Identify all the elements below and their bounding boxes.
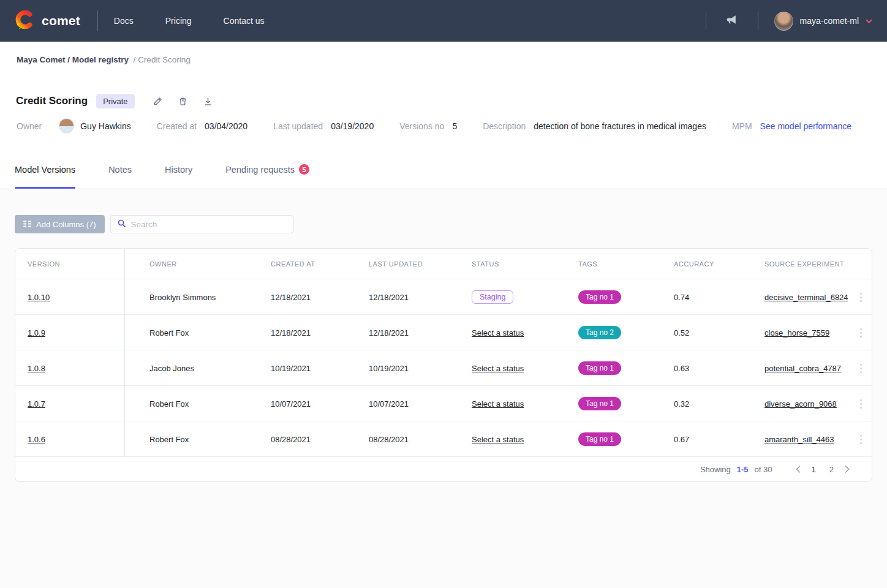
owner-cell: Jacob Jones xyxy=(125,364,259,373)
breadcrumb: Maya Comet / Model registry / Credit Sco… xyxy=(17,55,887,64)
created-at-cell: 10/19/2021 xyxy=(259,364,357,373)
breadcrumb-model-registry[interactable]: Model registry xyxy=(72,55,129,64)
version-link[interactable]: 1.0.9 xyxy=(28,328,45,337)
version-link[interactable]: 1.0.10 xyxy=(28,293,50,302)
version-link[interactable]: 1.0.6 xyxy=(28,435,45,444)
column-header-source-experiment[interactable]: Source experiment xyxy=(752,260,850,268)
select-status-link[interactable]: Select a status xyxy=(472,435,524,444)
page-title: Credit Scoring xyxy=(16,95,88,107)
nav-link-contact-us[interactable]: Contact us xyxy=(224,16,265,26)
prev-page-button[interactable] xyxy=(796,466,801,473)
user-name: maya-comet-ml xyxy=(800,16,859,26)
column-header-version[interactable]: Version xyxy=(15,249,125,279)
row-menu-button[interactable] xyxy=(850,361,872,375)
columns-icon xyxy=(23,220,31,229)
pending-requests-count-badge: 5 xyxy=(299,164,309,175)
tab-pending-requests[interactable]: Pending requests 5 xyxy=(225,164,309,189)
delete-button[interactable] xyxy=(176,94,191,108)
model-header-section: Maya Comet / Model registry / Credit Sco… xyxy=(0,42,887,189)
visibility-badge: Private xyxy=(96,94,134,108)
table-row: 1.0.8 Jacob Jones 10/19/2021 10/19/2021 … xyxy=(15,350,872,385)
column-header-accuracy[interactable]: Accuracy xyxy=(662,260,752,268)
owner-name: Guy Hawkins xyxy=(80,121,130,131)
nav-link-pricing[interactable]: Pricing xyxy=(165,16,192,26)
status-badge[interactable]: Staging xyxy=(472,290,513,304)
see-model-performance-link[interactable]: See model performance xyxy=(760,121,851,131)
column-header-owner[interactable]: Owner xyxy=(125,260,259,268)
breadcrumb-current: Credit Scoring xyxy=(138,55,191,64)
row-menu-button[interactable] xyxy=(850,432,872,447)
row-menu-button[interactable] xyxy=(850,397,872,411)
created-at-cell: 12/18/2021 xyxy=(259,328,357,337)
brand-name: comet xyxy=(42,13,80,28)
versions-no-label: Versions no xyxy=(399,121,444,131)
last-updated-cell: 10/07/2021 xyxy=(357,399,459,409)
owner-label: Owner xyxy=(17,121,42,131)
column-header-status[interactable]: Status xyxy=(459,260,566,268)
tag-pill[interactable]: Tag no 1 xyxy=(578,361,621,375)
accuracy-cell: 0.74 xyxy=(662,293,752,302)
source-experiment-link[interactable]: close_horse_7559 xyxy=(764,328,829,337)
page-number-2[interactable]: 2 xyxy=(827,464,836,475)
last-updated-cell: 08/28/2021 xyxy=(357,435,459,444)
mpm-label: MPM xyxy=(732,121,752,131)
megaphone-icon xyxy=(726,13,738,28)
tab-model-versions[interactable]: Model Versions xyxy=(15,164,75,189)
tag-pill[interactable]: Tag no 2 xyxy=(578,326,621,339)
source-experiment-link[interactable]: potential_cobra_4787 xyxy=(764,364,841,373)
column-header-created-at[interactable]: Created at xyxy=(259,260,357,268)
table-row: 1.0.7 Robert Fox 10/07/2021 10/07/2021 S… xyxy=(15,385,872,421)
user-menu[interactable]: maya-comet-ml xyxy=(774,12,872,31)
page-number-1[interactable]: 1 xyxy=(809,464,818,475)
top-navbar: comet Docs Pricing Contact us maya-comet… xyxy=(0,0,887,42)
tag-pill[interactable]: Tag no 1 xyxy=(578,397,621,410)
breadcrumb-workspace[interactable]: Maya Comet xyxy=(17,55,66,64)
accuracy-cell: 0.52 xyxy=(662,328,752,337)
row-menu-button[interactable] xyxy=(850,326,872,340)
search-input[interactable] xyxy=(131,220,287,229)
navbar-divider xyxy=(758,12,758,29)
last-updated-cell: 12/18/2021 xyxy=(357,293,459,302)
version-link[interactable]: 1.0.7 xyxy=(28,399,45,409)
accuracy-cell: 0.67 xyxy=(662,435,752,444)
breadcrumb-separator: / xyxy=(67,55,72,64)
table-row: 1.0.6 Robert Fox 08/28/2021 08/28/2021 S… xyxy=(15,421,872,456)
last-updated-cell: 12/18/2021 xyxy=(357,328,459,337)
table-row: 1.0.9 Robert Fox 12/18/2021 12/18/2021 S… xyxy=(15,314,872,350)
select-status-link[interactable]: Select a status xyxy=(472,364,524,373)
select-status-link[interactable]: Select a status xyxy=(472,399,524,409)
owner-cell: Robert Fox xyxy=(125,399,259,409)
tag-pill[interactable]: Tag no 1 xyxy=(578,432,621,446)
next-page-button[interactable] xyxy=(845,466,850,473)
search-icon xyxy=(117,219,126,230)
select-status-link[interactable]: Select a status xyxy=(472,328,524,337)
tab-history[interactable]: History xyxy=(165,164,192,189)
search-box xyxy=(110,215,293,233)
version-link[interactable]: 1.0.8 xyxy=(28,364,45,373)
owner-cell: Robert Fox xyxy=(125,435,259,444)
navbar-links: Docs Pricing Contact us xyxy=(114,16,265,26)
nav-link-docs[interactable]: Docs xyxy=(114,16,134,26)
accuracy-cell: 0.32 xyxy=(662,399,752,409)
announcements-button[interactable] xyxy=(706,13,758,28)
comet-brand[interactable]: comet xyxy=(15,9,80,32)
showing-total: of 30 xyxy=(755,465,772,474)
download-button[interactable] xyxy=(201,94,216,108)
user-avatar xyxy=(774,12,793,31)
source-experiment-link[interactable]: amaranth_sill_4463 xyxy=(764,435,834,444)
tab-notes[interactable]: Notes xyxy=(108,164,132,189)
column-header-last-updated[interactable]: Last updated xyxy=(357,260,459,268)
owner-cell: Robert Fox xyxy=(125,328,259,337)
row-menu-button[interactable] xyxy=(850,290,872,304)
column-header-tags[interactable]: Tags xyxy=(566,260,662,268)
edit-button[interactable] xyxy=(151,94,165,108)
add-columns-button[interactable]: Add Columns (7) xyxy=(15,215,105,233)
tag-pill[interactable]: Tag no 1 xyxy=(578,290,621,304)
chevron-down-icon xyxy=(866,15,872,26)
table-pagination: Showing 1-5 of 30 1 2 xyxy=(15,456,872,481)
last-updated-cell: 10/19/2021 xyxy=(357,364,459,373)
last-updated-label: Last updated xyxy=(273,121,323,131)
source-experiment-link[interactable]: decisive_terminal_6824 xyxy=(764,293,848,302)
breadcrumb-separator: / xyxy=(131,55,138,64)
source-experiment-link[interactable]: diverse_acorn_9068 xyxy=(764,399,837,409)
